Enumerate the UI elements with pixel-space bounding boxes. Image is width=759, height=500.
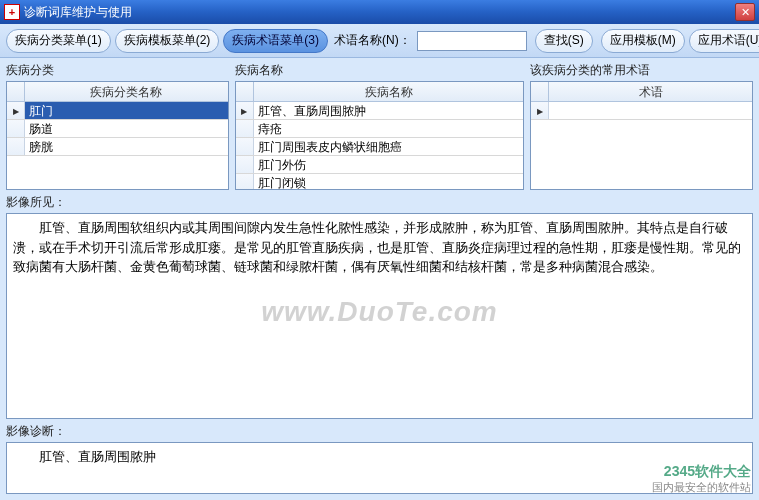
term-name-label: 术语名称(N)： xyxy=(332,32,413,49)
findings-label: 影像所见： xyxy=(6,190,753,213)
terms-panel-title: 该疾病分类的常用术语 xyxy=(530,60,753,81)
search-button[interactable]: 查找(S) xyxy=(535,29,593,53)
category-panel: 疾病分类 疾病分类名称 肛门肠道膀胱 xyxy=(6,60,229,190)
findings-text: 肛管、直肠周围软组织内或其周围间隙内发生急性化脓性感染，并形成脓肿，称为肛管、直… xyxy=(13,220,741,274)
category-panel-title: 疾病分类 xyxy=(6,60,229,81)
term-name-input[interactable] xyxy=(417,31,527,51)
category-header: 疾病分类名称 xyxy=(25,82,228,101)
disease-panel-title: 疾病名称 xyxy=(235,60,525,81)
terms-header: 术语 xyxy=(549,82,752,101)
disease-header: 疾病名称 xyxy=(254,82,524,101)
terms-panel: 该疾病分类的常用术语 术语 xyxy=(530,60,753,190)
disease-grid[interactable]: 疾病名称 肛管、直肠周围脓肿痔疮肛门周围表皮内鳞状细胞癌肛门外伤肛门闭锁肛管粘膜… xyxy=(235,81,525,190)
main-area: 疾病分类 疾病分类名称 肛门肠道膀胱 疾病名称 疾病名称 肛管、直肠周围脓肿痔疮… xyxy=(0,58,759,500)
table-row[interactable]: 肛门周围表皮内鳞状细胞癌 xyxy=(236,138,524,156)
window-title: 诊断词库维护与使用 xyxy=(24,4,735,21)
findings-textarea[interactable]: 肛管、直肠周围软组织内或其周围间隙内发生急性化脓性感染，并形成脓肿，称为肛管、直… xyxy=(6,213,753,419)
template-menu-button[interactable]: 疾病模板菜单(2) xyxy=(115,29,220,53)
table-row[interactable]: 肛管、直肠周围脓肿 xyxy=(236,102,524,120)
apply-template-button[interactable]: 应用模板(M) xyxy=(601,29,685,53)
app-icon: + xyxy=(4,4,20,20)
table-row[interactable]: 肠道 xyxy=(7,120,228,138)
close-button[interactable]: ✕ xyxy=(735,3,755,21)
disease-panel: 疾病名称 疾病名称 肛管、直肠周围脓肿痔疮肛门周围表皮内鳞状细胞癌肛门外伤肛门闭… xyxy=(235,60,525,190)
table-row[interactable]: 痔疮 xyxy=(236,120,524,138)
category-grid[interactable]: 疾病分类名称 肛门肠道膀胱 xyxy=(6,81,229,190)
grid-header: 术语 xyxy=(531,82,752,102)
table-row[interactable]: 肛门外伤 xyxy=(236,156,524,174)
toolbar: 疾病分类菜单(1) 疾病模板菜单(2) 疾病术语菜单(3) 术语名称(N)： 查… xyxy=(0,24,759,58)
titlebar: + 诊断词库维护与使用 ✕ xyxy=(0,0,759,24)
top-panels: 疾病分类 疾病分类名称 肛门肠道膀胱 疾病名称 疾病名称 肛管、直肠周围脓肿痔疮… xyxy=(6,60,753,190)
term-menu-button[interactable]: 疾病术语菜单(3) xyxy=(223,29,328,53)
grid-header: 疾病名称 xyxy=(236,82,524,102)
grid-header: 疾病分类名称 xyxy=(7,82,228,102)
diagnosis-textarea[interactable]: 肛管、直肠周围脓肿 xyxy=(6,442,753,494)
diagnosis-text: 肛管、直肠周围脓肿 xyxy=(13,449,156,464)
category-menu-button[interactable]: 疾病分类菜单(1) xyxy=(6,29,111,53)
table-row[interactable]: 肛门 xyxy=(7,102,228,120)
watermark: www.DuoTe.com xyxy=(261,291,498,333)
apply-term-button[interactable]: 应用术语(U) xyxy=(689,29,759,53)
table-row[interactable]: 肛门闭锁 xyxy=(236,174,524,189)
table-row[interactable]: 膀胱 xyxy=(7,138,228,156)
terms-grid[interactable]: 术语 xyxy=(530,81,753,190)
diagnosis-label: 影像诊断： xyxy=(6,419,753,442)
table-row[interactable] xyxy=(531,102,752,120)
